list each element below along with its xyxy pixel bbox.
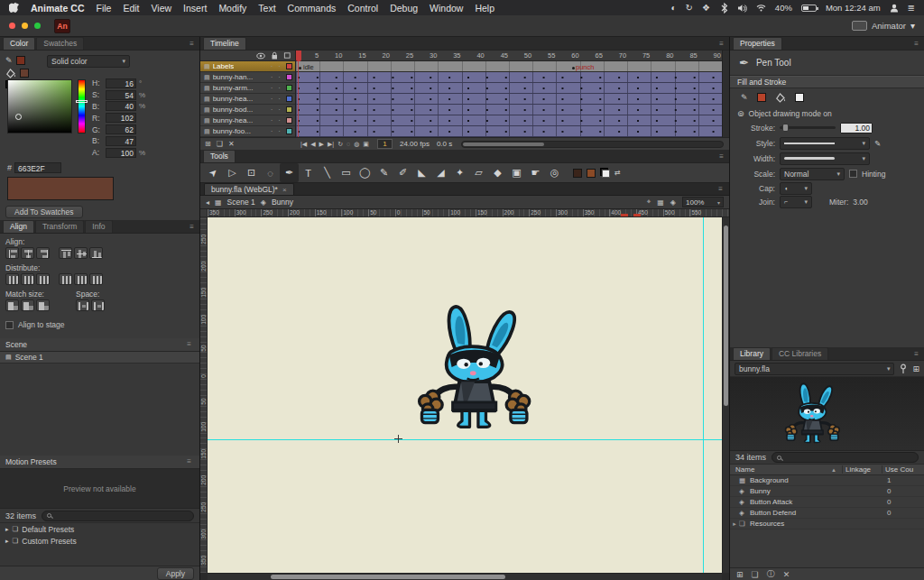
current-color-swatch[interactable] xyxy=(7,177,114,200)
match-width-height-button[interactable] xyxy=(36,299,50,311)
align-vertical-center-button[interactable] xyxy=(74,247,88,259)
notification-center-icon[interactable]: ≣ xyxy=(908,4,915,13)
color-value-input[interactable]: 62 xyxy=(106,124,136,134)
library-item[interactable]: ◈ Button Attack 0 xyxy=(730,497,924,508)
user-icon[interactable] xyxy=(890,4,899,13)
rectangle-tool-button[interactable]: ▭ xyxy=(337,163,356,182)
stroke-color-chip[interactable] xyxy=(16,56,25,65)
preset-folder-row[interactable]: ▸ ❏ Custom Presets xyxy=(0,535,199,547)
distribute-right-button[interactable] xyxy=(89,273,103,285)
preset-folder-row[interactable]: ▸ ❏ Default Presets xyxy=(0,523,199,535)
space-horizontal-button[interactable] xyxy=(91,299,105,311)
onion-skin-outlines-button[interactable]: ◍ xyxy=(354,141,359,148)
menubar-menu[interactable]: Control xyxy=(347,3,378,14)
stroke-pencil-icon[interactable]: ✎ xyxy=(5,56,13,65)
new-folder-button[interactable]: ❏ xyxy=(752,570,759,579)
close-window-button[interactable] xyxy=(9,23,15,29)
vertical-ruler[interactable]: 25020015010050050100150200250300350 xyxy=(200,217,208,573)
hand-tool-button[interactable]: ☛ xyxy=(526,163,545,182)
scrollbar-thumb[interactable] xyxy=(724,226,728,406)
edit-multiple-frames-button[interactable]: ▣ xyxy=(363,141,369,148)
color-value-input[interactable]: 54 xyxy=(106,90,136,100)
step-back-button[interactable]: ◀ xyxy=(310,141,315,148)
stroke-size-input[interactable]: 1.00 xyxy=(840,123,873,133)
color-value-input[interactable]: 100 xyxy=(106,148,136,158)
layer-outline-color-swatch[interactable] xyxy=(286,106,292,113)
tab-cc-libraries[interactable]: CC Libraries xyxy=(772,347,828,360)
menubar-menu[interactable]: File xyxy=(97,3,112,14)
sync-icon[interactable]: ↻ xyxy=(686,4,693,13)
minimize-window-button[interactable] xyxy=(22,23,28,29)
new-symbol-button[interactable]: ⊞ xyxy=(736,570,744,579)
distribute-vertical-center-button[interactable] xyxy=(21,273,34,285)
layer-visibility-dot[interactable] xyxy=(271,127,273,135)
toolbar-fill-color-chip[interactable] xyxy=(587,169,596,178)
zoom-tool-button[interactable]: ◎ xyxy=(545,163,564,182)
layer-outline-color-swatch[interactable] xyxy=(286,63,292,69)
timeline-vertical-scrollbar[interactable] xyxy=(722,51,729,137)
pin-library-icon[interactable] xyxy=(899,364,908,374)
free-transform-tool-button[interactable]: ⊡ xyxy=(242,163,261,182)
tab-swatches[interactable]: Swatches xyxy=(36,37,84,50)
battery-icon[interactable] xyxy=(801,5,817,12)
timeline-layer[interactable]: bunny-hea... xyxy=(200,94,295,105)
oval-tool-button[interactable]: ◯ xyxy=(356,163,374,182)
stroke-color-chip[interactable] xyxy=(757,93,766,102)
tab-info[interactable]: Info xyxy=(85,220,112,233)
align-to-stage-checkbox[interactable] xyxy=(5,321,14,329)
color-value-input[interactable]: 47 xyxy=(106,136,136,146)
workspace-switcher[interactable]: Animator ▾ xyxy=(852,21,915,31)
timeline-layer-frames[interactable] xyxy=(296,115,722,126)
distribute-left-button[interactable] xyxy=(59,273,72,285)
hue-slider-handle[interactable] xyxy=(76,100,88,103)
bunny-character-artwork[interactable] xyxy=(413,300,541,437)
panel-menu-icon[interactable]: ≡ xyxy=(716,185,725,195)
timeline-layer[interactable]: Labels xyxy=(200,61,295,72)
delete-item-button[interactable]: ✕ xyxy=(783,570,790,579)
layer-lock-dot[interactable] xyxy=(278,62,281,70)
stroke-style-select[interactable]: ▾ xyxy=(780,137,870,150)
align-right-button[interactable] xyxy=(36,247,50,259)
column-header-name[interactable]: Name xyxy=(730,465,831,474)
match-height-button[interactable] xyxy=(21,299,34,311)
cap-select[interactable]: ◖ ▾ xyxy=(780,182,812,195)
timeline-layer-frames[interactable] xyxy=(296,94,722,105)
stage-canvas[interactable] xyxy=(208,217,722,573)
layer-visibility-dot[interactable] xyxy=(271,116,273,124)
new-folder-button[interactable]: ❏ xyxy=(217,140,223,148)
play-button[interactable]: ▶ xyxy=(319,141,324,148)
distribute-top-button[interactable] xyxy=(5,273,19,285)
vertical-guide[interactable] xyxy=(703,217,704,573)
paint-bucket-tool-button[interactable]: ◣ xyxy=(412,163,431,182)
fill-color-chip[interactable] xyxy=(795,93,804,102)
breadcrumb-symbol[interactable]: Bunny xyxy=(272,198,293,207)
timeline-frames-area[interactable]: 51015202530354045505560657075808590 idle… xyxy=(296,51,722,137)
add-to-swatches-button[interactable]: Add To Swatches xyxy=(5,206,83,218)
tab-transform[interactable]: Transform xyxy=(35,220,84,233)
wifi-icon[interactable] xyxy=(756,4,766,12)
dropbox-icon[interactable]: ❖ xyxy=(702,4,710,13)
expander-icon[interactable]: ▸ xyxy=(5,538,9,545)
menubar-menu[interactable]: Edit xyxy=(123,3,139,14)
layer-outline-color-swatch[interactable] xyxy=(286,96,292,102)
frame-rate-field[interactable]: 24.00 fps xyxy=(396,140,433,148)
menubar-menu[interactable]: Modify xyxy=(218,3,246,14)
width-tool-button[interactable]: ◆ xyxy=(488,163,507,182)
color-spectrum[interactable] xyxy=(7,79,72,133)
color-value-input[interactable]: 40 xyxy=(106,101,136,111)
pencil-tool-button[interactable]: ✎ xyxy=(374,163,393,182)
library-item[interactable]: ◈ Button Defend 0 xyxy=(730,508,924,519)
bluetooth-icon[interactable] xyxy=(719,3,728,14)
onion-skin-button[interactable]: ◌ xyxy=(346,141,350,147)
line-tool-button[interactable]: ╲ xyxy=(318,163,337,182)
go-to-first-frame-button[interactable]: |◀ xyxy=(300,141,307,148)
new-library-panel-icon[interactable]: ⊞ xyxy=(912,364,919,373)
panel-menu-icon[interactable]: ≡ xyxy=(184,340,194,350)
scale-select[interactable]: Normal ▾ xyxy=(780,168,845,180)
menubar-menu[interactable]: Text xyxy=(258,3,275,14)
stroke-size-slider[interactable] xyxy=(780,126,836,129)
layer-visibility-dot[interactable] xyxy=(271,84,273,92)
panel-menu-icon[interactable]: ≡ xyxy=(716,40,726,50)
menubar-menu[interactable]: Debug xyxy=(390,3,418,14)
expander-icon[interactable]: ▸ xyxy=(5,526,9,533)
